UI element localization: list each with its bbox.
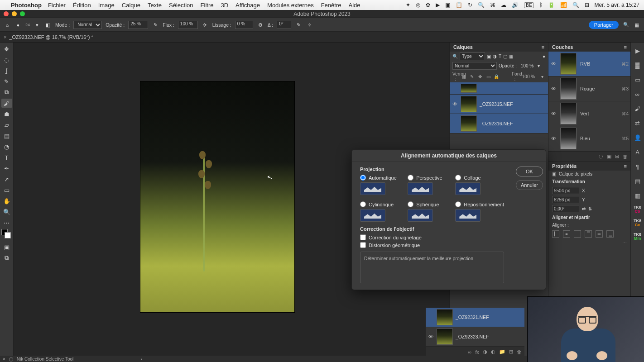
lib2-icon[interactable]: ▥ xyxy=(633,191,642,200)
proj-collage[interactable]: Collage xyxy=(455,175,504,195)
layer-item[interactable] xyxy=(450,82,548,95)
align-bottom-icon[interactable]: ▁ xyxy=(606,230,614,238)
frame-icon[interactable]: ▭ xyxy=(633,75,642,84)
close-tab-icon[interactable]: × xyxy=(4,34,6,40)
text-icon[interactable]: A xyxy=(633,148,642,157)
search-icon[interactable]: 🔍 xyxy=(622,21,630,29)
wifi-icon[interactable]: 📶 xyxy=(560,2,567,8)
brush-preset-icon[interactable]: ● xyxy=(14,21,22,29)
align-right-icon[interactable]: ▕ xyxy=(574,230,581,238)
home-icon[interactable]: ⌂ xyxy=(4,21,11,29)
quick-mask[interactable]: ▣ xyxy=(1,243,12,252)
angle-field[interactable] xyxy=(552,205,579,212)
proj-cylindrical[interactable]: Cylindrique xyxy=(360,201,403,222)
status-icon[interactable]: ✿ xyxy=(426,2,430,8)
proj-reposition-radio[interactable] xyxy=(455,201,461,207)
status-icon[interactable]: ◎ xyxy=(416,2,420,8)
lock-artb-icon[interactable]: ▭ xyxy=(485,74,491,79)
menu-selection[interactable]: Sélection xyxy=(169,2,193,9)
brush-dropdown-icon[interactable]: ▾ xyxy=(34,21,41,29)
control-center-icon[interactable]: ⊟ xyxy=(585,2,589,8)
symmetry-icon[interactable]: ✧ xyxy=(306,21,313,29)
lissage-value[interactable]: 0 % xyxy=(235,21,253,29)
pressure-opacity-icon[interactable]: ✎ xyxy=(152,21,159,29)
play-icon[interactable]: ▶ xyxy=(633,46,642,55)
proj-spherical[interactable]: Sphérique xyxy=(408,201,451,222)
document-canvas[interactable] xyxy=(140,81,294,312)
angle-value[interactable]: 0° xyxy=(277,21,291,29)
status-icon[interactable]: ↻ xyxy=(468,2,472,8)
align-top-icon[interactable]: ▔ xyxy=(585,230,592,238)
paragraph-icon[interactable]: ¶ xyxy=(633,162,642,171)
load-selection-icon[interactable]: ◌ xyxy=(599,153,603,159)
proj-auto[interactable]: Automatique xyxy=(360,175,403,195)
menu-affichage[interactable]: Affichage xyxy=(235,2,260,9)
width-field[interactable] xyxy=(552,187,579,194)
panel-menu-icon[interactable]: ≡ xyxy=(542,44,544,50)
gradient-tool[interactable]: ▤ xyxy=(1,131,12,140)
proj-cylindrical-radio[interactable] xyxy=(360,201,366,207)
panel-menu-icon[interactable]: ≡ xyxy=(624,44,627,50)
type-tool[interactable]: T xyxy=(1,153,12,162)
filter-adjust-icon[interactable]: ◑ xyxy=(493,54,497,59)
fill-value[interactable]: 100 % xyxy=(520,74,537,79)
path-tool[interactable]: ↗ xyxy=(1,175,12,184)
link-layers-icon[interactable]: ∞ xyxy=(468,349,472,355)
hand-tool[interactable]: ✋ xyxy=(1,196,12,205)
lock-trans-icon[interactable]: ▦ xyxy=(461,74,467,79)
marquee-tool[interactable]: ◌ xyxy=(1,55,12,64)
tk8-cx-plugin[interactable]: TK8Cx xyxy=(634,219,641,227)
properties-title[interactable]: Propriétés xyxy=(552,163,577,169)
share-button[interactable]: Partager xyxy=(589,21,619,29)
nik-tool-label[interactable]: Nik Collection Selective Tool xyxy=(17,357,73,362)
airbrush-icon[interactable]: ✈ xyxy=(202,21,209,29)
status-icon[interactable]: ☁ xyxy=(501,2,506,8)
status-icon[interactable]: ✦ xyxy=(406,2,410,8)
ok-button[interactable]: OK xyxy=(516,167,543,176)
workspace-icon[interactable]: ▦ xyxy=(633,21,640,29)
proj-perspective-radio[interactable] xyxy=(408,175,413,181)
layer-item[interactable]: _OZ92321.NEF xyxy=(426,308,524,327)
new-channel-icon[interactable]: ⊞ xyxy=(615,153,619,159)
layer-item[interactable]: 👁 _OZ92315.NEF xyxy=(450,95,548,114)
menu-calque[interactable]: Calque xyxy=(122,2,140,9)
menu-edition[interactable]: Édition xyxy=(73,2,91,9)
lang-badge[interactable]: BE xyxy=(524,2,533,8)
tk8-mm-plugin[interactable]: TK8Mm xyxy=(634,233,641,241)
flip-h-icon[interactable]: ⇄ xyxy=(582,206,586,211)
delete-channel-icon[interactable]: 🗑 xyxy=(623,154,628,159)
status-icon[interactable]: 🔊 xyxy=(512,2,519,8)
align-left-icon[interactable]: ▏ xyxy=(552,230,559,238)
menu-image[interactable]: Image xyxy=(98,2,115,9)
shape-tool[interactable]: ▭ xyxy=(1,186,12,195)
adjustment-icon[interactable]: ◐ xyxy=(491,349,495,355)
scroll-right-icon[interactable]: › xyxy=(140,357,142,362)
proj-reposition[interactable]: Repositionnement xyxy=(455,201,504,222)
dodge-tool[interactable]: ◔ xyxy=(1,142,12,151)
status-icon[interactable]: ⌘ xyxy=(490,2,495,8)
tk8-co-plugin[interactable]: TK8Co xyxy=(634,205,641,214)
cancel-button[interactable]: Annuler xyxy=(516,180,543,190)
status-icon[interactable]: ▶ xyxy=(436,2,440,8)
bluetooth-icon[interactable]: ᛒ xyxy=(539,2,543,8)
layer-name[interactable]: _OZ92316.NEF xyxy=(480,121,513,126)
quick-select-tool[interactable]: ✎ xyxy=(1,77,12,86)
layer-name[interactable]: _OZ92321.NEF xyxy=(456,314,489,320)
close-status-icon[interactable]: × xyxy=(3,357,5,362)
lasso-tool[interactable]: ʆ xyxy=(1,66,12,75)
menu-filtre[interactable]: Filtre xyxy=(201,2,214,9)
lock-pixels-icon[interactable]: ✎ xyxy=(469,74,475,79)
swap-icon[interactable]: ⇄ xyxy=(633,119,642,128)
channel-item[interactable]: 👁 Rouge ⌘3 xyxy=(548,76,630,101)
menu-fenetre[interactable]: Fenêtre xyxy=(321,2,341,9)
pen-tool[interactable]: ✒ xyxy=(1,164,12,173)
move-tool[interactable]: ✥ xyxy=(1,44,12,53)
delete-layer-icon[interactable]: 🗑 xyxy=(517,349,522,355)
battery-icon[interactable]: 🔋 xyxy=(548,2,555,8)
app-name[interactable]: Photoshop xyxy=(11,2,42,9)
vignette-checkbox[interactable] xyxy=(360,234,366,240)
filter-toggle[interactable]: ● xyxy=(543,54,545,59)
people-icon[interactable]: 👤 xyxy=(633,133,642,142)
opacity-value[interactable]: 25 % xyxy=(128,21,148,29)
visibility-icon[interactable]: 👁 xyxy=(550,61,557,67)
